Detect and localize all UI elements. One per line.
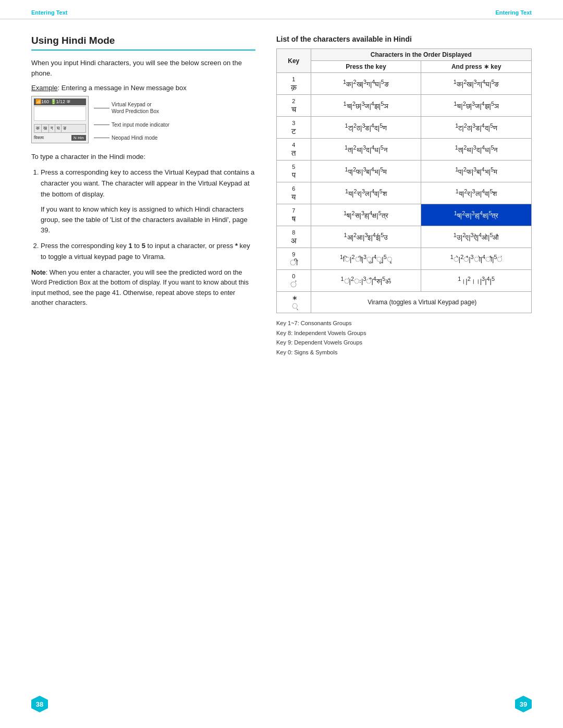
key-cell: 8अ xyxy=(277,226,311,248)
table-header-row-1: Key Characters in the Order Displayed xyxy=(277,49,532,61)
key-char: प xyxy=(280,170,308,180)
virama-char: ◌् xyxy=(292,302,298,310)
status-text: 📶160 🔋1/12 क xyxy=(35,99,70,105)
key-cell: 0◌ं xyxy=(277,270,311,292)
key-number: 6 xyxy=(292,186,295,192)
left-column: Using Hindi Mode When you input Hindi ch… xyxy=(31,35,255,680)
header-right: Entering Text xyxy=(496,9,532,16)
footnote-4: Key 0: Signs & Symbols xyxy=(276,348,532,357)
annotation-text-3: Neopad Hindi mode xyxy=(112,135,157,141)
key-number: 2 xyxy=(292,98,295,104)
and-press-cell: 1च|2छ|3ज|4झ|5ञ xyxy=(421,95,532,117)
key-char: क़ xyxy=(280,83,308,92)
table-row: 1क़1क|2ख|3ग|4घ|5ङ1क|2ख|3ग|4घ|5ङ xyxy=(277,73,532,95)
to-type-text: To type a character in the Hindi mode: xyxy=(31,152,255,162)
keypad-cell: क xyxy=(34,125,42,132)
virama-row: ∗◌्Virama (toggles a Virtual Keypad page… xyxy=(277,292,532,313)
and-press-header: And press ∗ key xyxy=(421,61,532,73)
keypad-row: क ख ग घ ङ xyxy=(34,124,86,133)
key-cell: 4त xyxy=(277,139,311,161)
step-1-text: Press a corresponding key to access the … xyxy=(41,168,254,198)
note-label: Note xyxy=(31,269,46,276)
section-title: Using Hindi Mode xyxy=(31,35,255,51)
main-content: Using Hindi Mode When you input Hindi ch… xyxy=(0,19,563,690)
annotation-text-2: Text input mode indicator xyxy=(112,122,169,128)
press-cell: 1ट|2ठ|3ड|4द|5ण xyxy=(311,117,421,139)
press-cell: 1य|2र|3ल|4व|5श xyxy=(311,182,421,204)
mode-badge: N Hin xyxy=(71,135,86,141)
and-press-cell: 1ट|2ठ|3ड|4द|5ण xyxy=(421,117,532,139)
keypad-cell: ग xyxy=(49,125,55,132)
table-section: List of the characters available in Hind… xyxy=(276,35,532,357)
table-row: 7ष1ष|2स|3ह|4क्ष|5त्र1ष|2स|3ह|4क्ष|5त्र xyxy=(277,204,532,226)
note-block: Note: When you enter a character, you wi… xyxy=(31,268,255,309)
table-row: 0◌ं1◌ं|2◌ः|3◌ँ|4रु|5ॐ1।|2।।|3|4|5 xyxy=(277,270,532,292)
footnote-3: Key 9: Dependent Vowels Groups xyxy=(276,338,532,348)
phone-diagram: 📶160 🔋1/12 क क ख ग घ ङ विकल्प N Hin xyxy=(31,96,255,143)
right-column: List of the characters available in Hind… xyxy=(276,35,532,680)
key-number: 8 xyxy=(292,229,295,236)
header-left: Entering Text xyxy=(31,9,67,16)
example-word: Example xyxy=(31,84,58,92)
and-press-cell: 1◌े|2◌ै|3◌ो|4◌ौ|5◌ं xyxy=(421,248,532,270)
press-cell: 1प|2फ|3ब|4भ|5म xyxy=(311,161,421,182)
key-number: 1 xyxy=(292,76,295,82)
keypad-cell: ङ xyxy=(62,125,68,132)
page-number-right: 39 xyxy=(515,696,532,712)
star-symbol: ∗ xyxy=(292,294,298,302)
and-press-cell: 1।|2।।|3|4|5 xyxy=(421,270,532,292)
hindi-characters-table: Key Characters in the Order Displayed Pr… xyxy=(276,48,532,313)
key-cell: 2च xyxy=(277,95,311,117)
page-numbers: 38 39 xyxy=(0,690,563,728)
key-number: 5 xyxy=(292,164,295,170)
table-row: 3ट1ट|2ठ|3ड|4द|5ण1ट|2ठ|3ड|4द|5ण xyxy=(277,117,532,139)
step-1: Press a corresponding key to access the … xyxy=(41,167,255,236)
keypad-cell: घ xyxy=(55,125,62,132)
key-number: 0 xyxy=(292,273,295,279)
press-cell: 1त|2थ|3द|4ध|5न xyxy=(311,139,421,161)
key-number: 4 xyxy=(292,142,295,148)
intro-paragraph: When you input Hindi characters, you wil… xyxy=(31,58,255,79)
key-char: ◌ं xyxy=(280,280,308,289)
footnote-1: Key 1~7: Consonants Groups xyxy=(276,318,532,328)
key-char: ष xyxy=(280,214,308,224)
table-row: 4त1त|2थ|3द|4ध|5न1त|2थ|3द|4ध|5न xyxy=(277,139,532,161)
key-char: ट xyxy=(280,127,308,136)
example-label: Example: Entering a message in New messa… xyxy=(31,84,255,92)
note-text: : When you enter a character, you will s… xyxy=(31,269,249,306)
phone-screen: 📶160 🔋1/12 क क ख ग घ ङ विकल्प N Hin xyxy=(31,96,89,143)
key-cell: 5प xyxy=(277,161,311,182)
and-press-cell: 1त|2थ|3द|4ध|5न xyxy=(421,139,532,161)
and-press-cell: 1क|2ख|3ग|4घ|5ङ xyxy=(421,73,532,95)
key-cell: 9◌ी xyxy=(277,248,311,270)
example-text: : Entering a message in New message box xyxy=(58,84,187,92)
key-cell: 7ष xyxy=(277,204,311,226)
key-char: त xyxy=(280,149,308,158)
press-key-header: Press the key xyxy=(311,61,421,73)
and-press-cell: 1उ|2ए|3ऐ|4ओ|5औ xyxy=(421,226,532,248)
annotation-text-1: Virtual Keypad orWord Prediction Box xyxy=(112,101,159,115)
annotation-1: Virtual Keypad orWord Prediction Box xyxy=(94,101,169,115)
status-bar: 📶160 🔋1/12 क xyxy=(34,98,86,105)
key-header: Key xyxy=(277,49,311,73)
table-row: 5प1प|2फ|3ब|4भ|5म1प|2फ|3ब|4भ|5म xyxy=(277,161,532,182)
annotation-2: Text input mode indicator xyxy=(94,122,169,128)
press-cell: 1अ|2आ|3इ|4ई|5उ xyxy=(311,226,421,248)
keypad-cell: ख xyxy=(42,125,49,132)
press-cell: 1ष|2स|3ह|4क्ष|5त्र xyxy=(311,204,421,226)
table-row: 6य1य|2र|3ल|4व|5श1य|2र|3ल|4व|5श xyxy=(277,182,532,204)
table-body: 1क़1क|2ख|3ग|4घ|5ङ1क|2ख|3ग|4घ|5ङ2च1च|2छ|3… xyxy=(277,73,532,313)
key-char: च xyxy=(280,105,308,114)
page-header: Entering Text Entering Text xyxy=(0,0,563,19)
key-cell: 6य xyxy=(277,182,311,204)
key-cell: 1क़ xyxy=(277,73,311,95)
bottom-left-label: विकल्प xyxy=(34,135,44,141)
table-row: 2च1च|2छ|3ज|4झ|5ञ1च|2छ|3ज|4झ|5ञ xyxy=(277,95,532,117)
virama-description-cell: Virama (toggles a Virtual Keypad page) xyxy=(311,292,531,313)
key-char: ◌ी xyxy=(280,258,308,267)
table-header-row-2: Press the key And press ∗ key xyxy=(277,61,532,73)
key-number: 3 xyxy=(292,120,295,126)
step-1-sub: If you want to know which key is assigne… xyxy=(41,204,255,236)
key-char: य xyxy=(280,192,308,202)
step-2: Press the corresponding key 1 to 5 to in… xyxy=(41,241,255,263)
